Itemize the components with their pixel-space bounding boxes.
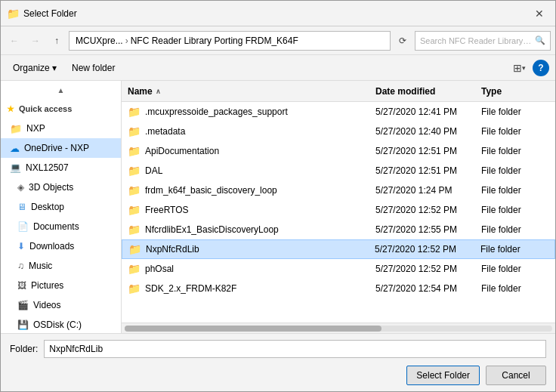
toolbar: Organize ▾ New folder ⊞ ▾ ? [1, 55, 555, 81]
folder-icon: 📁 [128, 224, 141, 236]
select-folder-button[interactable]: Select Folder [406, 366, 480, 385]
table-row[interactable]: 📁phOsal 5/27/2020 12:52 PM File folder [122, 259, 555, 279]
address-bar: ← → ↑ MCUXpre... › NFC Reader Library Po… [1, 26, 555, 55]
folder-icon: 📁 [128, 184, 141, 196]
sidebar: ▲ ★ Quick access 📁 NXP ☁ OneDrive - NXP … [1, 81, 122, 333]
pictures-icon: 🖼 [17, 280, 26, 291]
refresh-button[interactable]: ⟳ [394, 32, 412, 50]
table-row[interactable]: 📁.metadata 5/27/2020 12:40 PM File folde… [122, 122, 555, 141]
button-row: Select Folder Cancel [10, 366, 546, 385]
table-row[interactable]: 📁SDK_2.x_FRDM-K82F 5/27/2020 12:54 PM Fi… [122, 279, 555, 298]
sidebar-item-downloads[interactable]: ⬇ Downloads [1, 236, 121, 256]
help-button[interactable]: ? [533, 60, 549, 76]
star-icon: ★ [7, 104, 14, 114]
sidebar-item-videos[interactable]: 🎬 Videos [1, 295, 121, 315]
table-row[interactable]: 📁NfcrdlibEx1_BasicDiscoveryLoop 5/27/202… [122, 220, 555, 239]
table-row-selected[interactable]: 📁NxpNfcRdLib 5/27/2020 12:52 PM File fol… [122, 239, 555, 259]
cancel-button[interactable]: Cancel [486, 366, 546, 385]
music-icon: ♫ [17, 261, 24, 271]
file-list-header: Name ∧ Date modified Type [122, 81, 555, 102]
table-row[interactable]: 📁DAL 5/27/2020 12:51 PM File folder [122, 161, 555, 181]
forward-button[interactable]: → [26, 32, 45, 50]
view-icon-button[interactable]: ⊞ ▾ [508, 59, 530, 77]
back-button[interactable]: ← [5, 32, 23, 50]
horizontal-scrollbar[interactable] [122, 323, 555, 333]
title-bar: 📁 Select Folder ✕ [1, 1, 555, 26]
col-header-date[interactable]: Date modified [375, 86, 481, 97]
folder-row: Folder: [10, 340, 546, 358]
col-header-type[interactable]: Type [481, 86, 549, 97]
breadcrumb-part2: NFC Reader Library Porting FRDM_K64F [131, 35, 298, 46]
hdd-icon: 💾 [17, 319, 29, 330]
folder-label: Folder: [10, 344, 38, 354]
folder-icon: 📁 [128, 243, 141, 255]
sidebar-item-documents[interactable]: 📄 Documents [1, 217, 121, 236]
up-button[interactable]: ↑ [48, 32, 66, 50]
folder-icon: 📁 [128, 204, 141, 216]
folder-icon: 📁 [10, 123, 22, 134]
table-row[interactable]: 📁ApiDocumentation 5/27/2020 12:51 PM Fil… [122, 141, 555, 161]
sidebar-item-nxp[interactable]: 📁 NXP [1, 119, 121, 138]
search-box[interactable]: Search NFC Reader Library Por... 🔍 [415, 31, 551, 51]
sidebar-item-onedrive[interactable]: ☁ OneDrive - NXP [1, 138, 121, 158]
onedrive-icon: ☁ [10, 143, 20, 154]
folder-icon: 📁 [128, 125, 141, 137]
view-dropdown-icon: ▾ [522, 64, 526, 72]
file-list-body: 📁.mcuxpressoide_packages_support 5/27/20… [122, 102, 555, 323]
table-row[interactable]: 📁frdm_k64f_basic_discovery_loop 5/27/202… [122, 181, 555, 200]
search-placeholder: Search NFC Reader Library Por... [420, 36, 532, 45]
folder-input[interactable] [44, 340, 546, 358]
folder-icon: 📁 [128, 106, 141, 118]
breadcrumb-sep: › [125, 35, 128, 46]
pc-icon: 💻 [10, 162, 21, 173]
main-area: ▲ ★ Quick access 📁 NXP ☁ OneDrive - NXP … [1, 81, 555, 333]
hscroll-thumb [125, 326, 381, 332]
sidebar-item-nxl12507[interactable]: 💻 NXL12507 [1, 158, 121, 177]
3d-icon: ◈ [17, 182, 24, 193]
table-row[interactable]: 📁FreeRTOS 5/27/2020 12:52 PM File folder [122, 200, 555, 220]
videos-icon: 🎬 [17, 300, 29, 310]
folder-icon: 📁 [128, 263, 141, 275]
sidebar-item-3d-objects[interactable]: ◈ 3D Objects [1, 177, 121, 197]
hscroll-track [125, 326, 552, 332]
sidebar-item-osdisk[interactable]: 💾 OSDisk (C:) [1, 315, 121, 333]
select-folder-dialog: 📁 Select Folder ✕ ← → ↑ MCUXpre... › NFC… [0, 0, 556, 392]
file-area: Name ∧ Date modified Type 📁.mcuxpressoid… [122, 81, 555, 333]
desktop-icon: 🖥 [17, 202, 26, 212]
col-header-name[interactable]: Name ∧ [128, 86, 375, 97]
sidebar-item-pictures[interactable]: 🖼 Pictures [1, 276, 121, 295]
close-button[interactable]: ✕ [530, 5, 549, 22]
documents-icon: 📄 [17, 221, 29, 232]
sidebar-item-music[interactable]: ♫ Music [1, 256, 121, 276]
organize-button[interactable]: Organize ▾ [7, 60, 63, 76]
folder-icon: 📁 [128, 165, 141, 177]
view-icon: ⊞ [513, 62, 522, 74]
footer: Folder: Select Folder Cancel [1, 333, 555, 391]
breadcrumb-part1: MCUXpre... [76, 35, 123, 46]
new-folder-button[interactable]: New folder [66, 60, 121, 76]
sidebar-item-desktop[interactable]: 🖥 Desktop [1, 197, 121, 217]
dialog-title: Select Folder [23, 8, 530, 19]
folder-icon: 📁 [128, 145, 141, 157]
breadcrumb[interactable]: MCUXpre... › NFC Reader Library Porting … [69, 31, 391, 51]
sidebar-item-quick-access: ★ Quick access [1, 99, 121, 119]
sidebar-scroll-up[interactable]: ▲ [1, 84, 121, 96]
folder-icon: 📁 [128, 282, 141, 295]
table-row[interactable]: 📁.mcuxpressoide_packages_support 5/27/20… [122, 102, 555, 122]
downloads-icon: ⬇ [17, 241, 25, 252]
search-icon: 🔍 [535, 35, 545, 45]
dialog-icon: 📁 [7, 8, 19, 20]
sort-arrow-icon: ∧ [156, 88, 161, 95]
